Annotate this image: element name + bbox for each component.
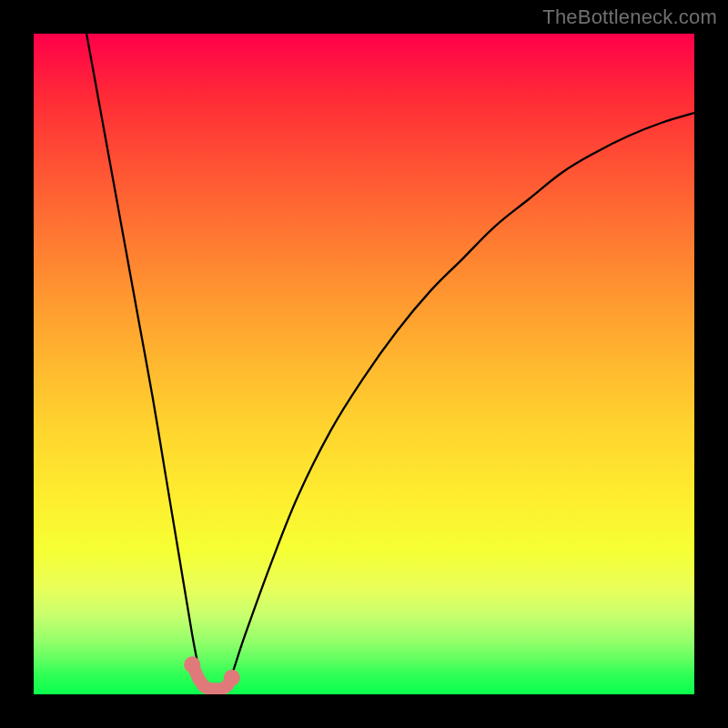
watermark-label: TheBottleneck.com [542, 5, 717, 29]
marker-dot [184, 656, 200, 672]
marker-dot [194, 673, 205, 684]
marker-connector [192, 664, 232, 689]
marker-dot [204, 683, 215, 694]
bottleneck-curve-svg [34, 34, 694, 694]
marker-dot [198, 681, 209, 692]
marker-dot [222, 681, 233, 692]
chart-frame: TheBottleneck.com [0, 0, 728, 728]
marker-dot [217, 683, 228, 694]
bottleneck-curve [86, 34, 694, 692]
marker-dot [224, 670, 240, 686]
plot-area [34, 34, 694, 694]
